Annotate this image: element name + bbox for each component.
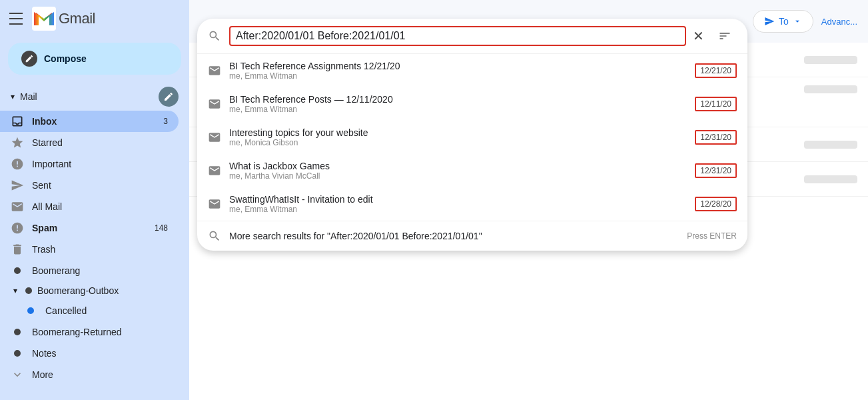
inbox-label: Inbox bbox=[32, 116, 147, 127]
suggestion-content-3: What is Jackbox Games me, Martha Vivian … bbox=[229, 161, 687, 181]
boomerang-icon bbox=[11, 264, 24, 277]
spam-icon bbox=[11, 221, 24, 235]
suggestion-item[interactable]: SwattingWhatIsIt - Invitation to edit me… bbox=[197, 187, 747, 221]
compose-pencil-icon bbox=[21, 51, 37, 67]
suggestion-date-4: 12/28/20 bbox=[695, 197, 737, 211]
suggestion-sub-1: me, Emma Witman bbox=[229, 105, 687, 114]
notes-label: Notes bbox=[32, 348, 168, 359]
sidebar-item-important[interactable]: Important bbox=[0, 153, 179, 175]
suggestion-item[interactable]: BI Tech Reference Posts — 12/11/2020 me,… bbox=[197, 87, 747, 121]
cancelled-label: Cancelled bbox=[45, 305, 168, 316]
suggestion-title-0: BI Tech Reference Assignments 12/21/20 bbox=[229, 61, 687, 71]
more-label: More bbox=[32, 369, 168, 380]
boomerang-outbox-group[interactable]: ▾ Boomerang-Outbox bbox=[0, 281, 189, 300]
sent-label: Sent bbox=[32, 180, 168, 191]
sidebar-item-trash[interactable]: Trash bbox=[0, 239, 179, 260]
all-mail-label: All Mail bbox=[32, 201, 168, 212]
star-nav-icon bbox=[11, 136, 24, 149]
sidebar-item-boomerang[interactable]: Boomerang bbox=[0, 260, 179, 281]
sidebar-item-more[interactable]: More bbox=[0, 364, 179, 385]
boomerang-label: Boomerang bbox=[32, 265, 168, 276]
sidebar-item-boomerang-returned[interactable]: Boomerang-Returned bbox=[0, 321, 179, 343]
suggestion-item[interactable]: Interesting topics for your website me, … bbox=[197, 121, 747, 154]
spam-label: Spam bbox=[32, 223, 147, 233]
suggestion-item[interactable]: What is Jackbox Games me, Martha Vivian … bbox=[197, 154, 747, 187]
mail-group[interactable]: ▾ Mail bbox=[0, 83, 189, 111]
sidebar-item-inbox[interactable]: Inbox 3 bbox=[0, 111, 179, 132]
mail-group-label: Mail bbox=[20, 91, 37, 102]
advanced-search-link[interactable]: Advanc... bbox=[819, 14, 860, 29]
suggestion-content-2: Interesting topics for your website me, … bbox=[229, 127, 687, 147]
nav-section: ▾ Mail Inbox 3 Starred Importa bbox=[0, 83, 189, 400]
more-results-row[interactable]: More search results for "After:2020/01/0… bbox=[197, 221, 747, 251]
suggestion-sub-0: me, Emma Witman bbox=[229, 71, 687, 81]
spam-badge: 148 bbox=[155, 223, 168, 233]
suggestion-content-1: BI Tech Reference Posts — 12/11/2020 me,… bbox=[229, 94, 687, 114]
sent-icon bbox=[11, 179, 24, 192]
gmail-text: Gmail bbox=[59, 10, 95, 27]
chevron-down-icon bbox=[793, 17, 802, 26]
all-mail-icon bbox=[11, 200, 24, 213]
sidebar-header: Gmail bbox=[0, 0, 189, 37]
topbar: ✕ BI Tech Reference bbox=[189, 0, 868, 43]
trash-icon bbox=[11, 243, 24, 256]
important-icon bbox=[11, 157, 24, 171]
suggestion-item[interactable]: BI Tech Reference Assignments 12/21/20 m… bbox=[197, 54, 747, 87]
mail-icon-4 bbox=[208, 197, 221, 211]
pencil-small-icon bbox=[163, 91, 174, 102]
suggestion-sub-3: me, Martha Vivian McCall bbox=[229, 171, 687, 181]
search-close-button[interactable]: ✕ bbox=[686, 24, 710, 48]
inbox-icon bbox=[11, 115, 24, 128]
suggestion-date-3: 12/31/20 bbox=[695, 163, 737, 178]
mail-icon-1 bbox=[208, 97, 221, 111]
sidebar-item-cancelled[interactable]: Cancelled bbox=[0, 300, 179, 321]
boomerang-outbox-label: Boomerang-Outbox bbox=[37, 285, 119, 296]
mail-icon-0 bbox=[208, 64, 221, 77]
to-button[interactable]: To bbox=[753, 10, 813, 33]
compose-avatar-button[interactable] bbox=[159, 87, 179, 107]
suggestion-date-1: 12/11/20 bbox=[695, 97, 737, 111]
suggestion-date-0: 12/21/20 bbox=[695, 63, 737, 78]
sidebar-item-notes[interactable]: Notes bbox=[0, 343, 179, 364]
search-dropdown: ✕ BI Tech Reference bbox=[197, 19, 747, 251]
main-content: ✕ BI Tech Reference bbox=[189, 0, 868, 400]
suggestions-list: BI Tech Reference Assignments 12/21/20 m… bbox=[197, 54, 747, 221]
suggestion-sub-4: me, Emma Witman bbox=[229, 205, 687, 214]
sidebar-item-starred[interactable]: Starred bbox=[0, 132, 179, 153]
compose-button[interactable]: Compose bbox=[8, 43, 181, 75]
inbox-badge: 3 bbox=[155, 117, 168, 126]
mail-icon-3 bbox=[208, 164, 221, 177]
date-blur bbox=[804, 85, 857, 93]
press-enter-text: Press ENTER bbox=[687, 231, 737, 241]
search-filter-button[interactable] bbox=[713, 24, 737, 48]
hamburger-menu-icon[interactable] bbox=[8, 11, 24, 27]
notes-dot-icon bbox=[11, 347, 24, 360]
sidebar-item-sent[interactable]: Sent bbox=[0, 175, 179, 196]
starred-label: Starred bbox=[32, 137, 168, 148]
date-blur bbox=[804, 175, 857, 183]
search-input[interactable] bbox=[229, 26, 686, 46]
suggestion-title-2: Interesting topics for your website bbox=[229, 127, 687, 138]
suggestion-sub-2: me, Monica Gibson bbox=[229, 138, 687, 147]
sidebar-item-spam[interactable]: Spam 148 bbox=[0, 217, 179, 239]
compose-label: Compose bbox=[44, 53, 87, 64]
to-label: To bbox=[779, 16, 789, 27]
date-blur bbox=[804, 56, 857, 64]
suggestion-title-4: SwattingWhatIsIt - Invitation to edit bbox=[229, 194, 687, 205]
topbar-right: To Advanc... bbox=[753, 10, 860, 33]
suggestion-title-3: What is Jackbox Games bbox=[229, 161, 687, 171]
gmail-m-icon bbox=[32, 7, 56, 31]
search-icon bbox=[208, 29, 221, 43]
sidebar: Gmail Compose ▾ Mail Inbox 3 bbox=[0, 0, 189, 400]
boomerang-returned-label: Boomerang-Returned bbox=[32, 327, 168, 337]
search-input-row: ✕ bbox=[197, 19, 747, 54]
more-results-text: More search results for "After:2020/01/0… bbox=[229, 231, 679, 241]
more-icon bbox=[11, 368, 24, 381]
mail-icon-2 bbox=[208, 131, 221, 144]
suggestion-content-4: SwattingWhatIsIt - Invitation to edit me… bbox=[229, 194, 687, 214]
suggestion-content-0: BI Tech Reference Assignments 12/21/20 m… bbox=[229, 61, 687, 81]
sidebar-item-all-mail[interactable]: All Mail bbox=[0, 196, 179, 217]
date-blur bbox=[804, 141, 857, 149]
cancelled-dot-icon bbox=[24, 304, 37, 317]
important-label: Important bbox=[32, 159, 168, 169]
